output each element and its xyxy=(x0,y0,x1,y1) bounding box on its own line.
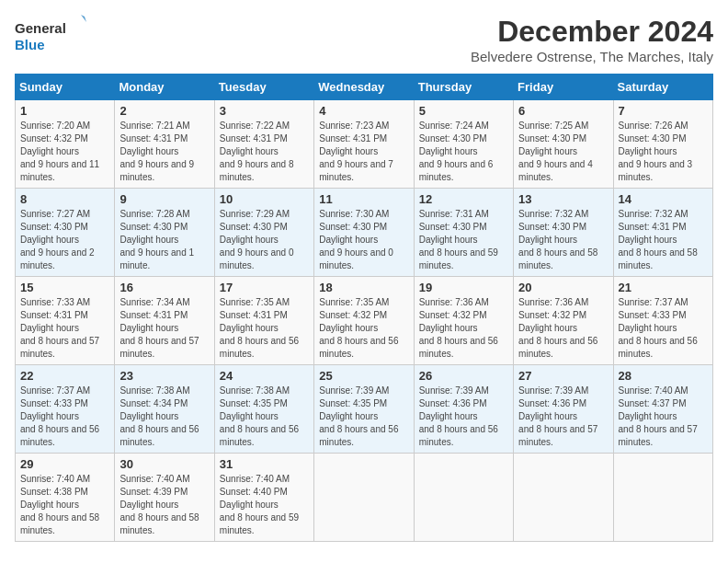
day-info: Sunrise: 7:25 AMSunset: 4:30 PMDaylight … xyxy=(518,121,593,182)
day-number: 13 xyxy=(518,192,608,206)
day-info: Sunrise: 7:27 AMSunset: 4:30 PMDaylight … xyxy=(20,209,95,270)
calendar-week-row: 8 Sunrise: 7:27 AMSunset: 4:30 PMDayligh… xyxy=(16,189,713,277)
table-cell: 3 Sunrise: 7:22 AMSunset: 4:31 PMDayligh… xyxy=(214,100,313,189)
day-info: Sunrise: 7:30 AMSunset: 4:30 PMDaylight … xyxy=(319,209,393,270)
day-number: 12 xyxy=(419,192,508,206)
calendar-week-row: 15 Sunrise: 7:33 AMSunset: 4:31 PMDaylig… xyxy=(16,277,713,365)
day-info: Sunrise: 7:29 AMSunset: 4:30 PMDaylight … xyxy=(220,209,294,270)
table-cell xyxy=(414,454,513,542)
col-tuesday: Tuesday xyxy=(214,75,313,100)
day-info: Sunrise: 7:31 AMSunset: 4:30 PMDaylight … xyxy=(419,209,498,270)
day-info: Sunrise: 7:32 AMSunset: 4:31 PMDaylight … xyxy=(619,209,698,270)
month-title: December 2024 xyxy=(471,15,713,49)
day-info: Sunrise: 7:23 AMSunset: 4:31 PMDaylight … xyxy=(319,121,393,182)
table-cell: 8 Sunrise: 7:27 AMSunset: 4:30 PMDayligh… xyxy=(16,189,115,277)
day-info: Sunrise: 7:37 AMSunset: 4:33 PMDaylight … xyxy=(619,297,698,359)
day-number: 2 xyxy=(119,104,209,118)
table-cell: 31 Sunrise: 7:40 AMSunset: 4:40 PMDaylig… xyxy=(214,454,313,542)
table-cell: 2 Sunrise: 7:21 AMSunset: 4:31 PMDayligh… xyxy=(115,100,214,189)
day-number: 4 xyxy=(319,104,408,118)
day-number: 30 xyxy=(119,457,209,471)
col-friday: Friday xyxy=(514,75,613,100)
table-cell: 15 Sunrise: 7:33 AMSunset: 4:31 PMDaylig… xyxy=(16,277,115,365)
day-number: 28 xyxy=(619,369,708,383)
day-info: Sunrise: 7:20 AMSunset: 4:32 PMDaylight … xyxy=(20,121,99,182)
day-info: Sunrise: 7:24 AMSunset: 4:30 PMDaylight … xyxy=(419,121,494,182)
calendar-week-row: 1 Sunrise: 7:20 AMSunset: 4:32 PMDayligh… xyxy=(16,100,713,189)
day-info: Sunrise: 7:38 AMSunset: 4:35 PMDaylight … xyxy=(220,385,299,447)
table-cell xyxy=(514,454,613,542)
day-number: 25 xyxy=(319,369,408,383)
col-saturday: Saturday xyxy=(613,75,712,100)
day-number: 29 xyxy=(20,457,109,471)
table-cell: 27 Sunrise: 7:39 AMSunset: 4:36 PMDaylig… xyxy=(514,365,613,454)
day-info: Sunrise: 7:33 AMSunset: 4:31 PMDaylight … xyxy=(20,297,99,359)
table-cell: 9 Sunrise: 7:28 AMSunset: 4:30 PMDayligh… xyxy=(115,189,214,277)
calendar-week-row: 22 Sunrise: 7:37 AMSunset: 4:33 PMDaylig… xyxy=(16,365,713,454)
col-wednesday: Wednesday xyxy=(314,75,414,100)
table-cell: 17 Sunrise: 7:35 AMSunset: 4:31 PMDaylig… xyxy=(214,277,313,365)
day-info: Sunrise: 7:37 AMSunset: 4:33 PMDaylight … xyxy=(20,385,99,447)
calendar-table: Sunday Monday Tuesday Wednesday Thursday… xyxy=(15,74,713,542)
day-number: 16 xyxy=(119,281,209,294)
day-number: 8 xyxy=(20,192,109,206)
day-number: 27 xyxy=(518,369,608,383)
day-number: 24 xyxy=(220,369,309,383)
location-title: Belvedere Ostrense, The Marches, Italy xyxy=(471,49,713,64)
table-cell: 25 Sunrise: 7:39 AMSunset: 4:35 PMDaylig… xyxy=(314,365,414,454)
table-cell: 13 Sunrise: 7:32 AMSunset: 4:30 PMDaylig… xyxy=(514,189,613,277)
table-cell: 1 Sunrise: 7:20 AMSunset: 4:32 PMDayligh… xyxy=(16,100,115,189)
table-cell: 16 Sunrise: 7:34 AMSunset: 4:31 PMDaylig… xyxy=(115,277,214,365)
day-number: 21 xyxy=(619,281,708,294)
day-number: 5 xyxy=(419,104,508,118)
table-cell: 23 Sunrise: 7:38 AMSunset: 4:34 PMDaylig… xyxy=(115,365,214,454)
day-info: Sunrise: 7:40 AMSunset: 4:39 PMDaylight … xyxy=(119,474,199,535)
day-info: Sunrise: 7:39 AMSunset: 4:36 PMDaylight … xyxy=(419,385,498,447)
svg-marker-3 xyxy=(81,15,86,22)
col-monday: Monday xyxy=(115,75,214,100)
day-number: 19 xyxy=(419,281,508,294)
table-cell: 22 Sunrise: 7:37 AMSunset: 4:33 PMDaylig… xyxy=(16,365,115,454)
table-cell: 6 Sunrise: 7:25 AMSunset: 4:30 PMDayligh… xyxy=(514,100,613,189)
logo: General Blue xyxy=(15,15,88,55)
table-cell: 4 Sunrise: 7:23 AMSunset: 4:31 PMDayligh… xyxy=(314,100,414,189)
day-number: 22 xyxy=(20,369,109,383)
table-cell: 21 Sunrise: 7:37 AMSunset: 4:33 PMDaylig… xyxy=(613,277,712,365)
day-info: Sunrise: 7:34 AMSunset: 4:31 PMDaylight … xyxy=(119,297,199,359)
day-info: Sunrise: 7:35 AMSunset: 4:31 PMDaylight … xyxy=(220,297,299,359)
day-number: 10 xyxy=(220,192,309,206)
day-number: 7 xyxy=(619,104,708,118)
day-info: Sunrise: 7:28 AMSunset: 4:30 PMDaylight … xyxy=(119,209,194,270)
day-number: 17 xyxy=(220,281,309,294)
day-number: 3 xyxy=(220,104,309,118)
table-cell: 12 Sunrise: 7:31 AMSunset: 4:30 PMDaylig… xyxy=(414,189,513,277)
table-cell: 28 Sunrise: 7:40 AMSunset: 4:37 PMDaylig… xyxy=(613,365,712,454)
day-number: 6 xyxy=(518,104,608,118)
logo-svg: General Blue xyxy=(15,15,88,55)
day-info: Sunrise: 7:22 AMSunset: 4:31 PMDaylight … xyxy=(220,121,294,182)
table-cell: 24 Sunrise: 7:38 AMSunset: 4:35 PMDaylig… xyxy=(214,365,313,454)
table-cell: 19 Sunrise: 7:36 AMSunset: 4:32 PMDaylig… xyxy=(414,277,513,365)
svg-marker-2 xyxy=(77,17,85,31)
day-info: Sunrise: 7:36 AMSunset: 4:32 PMDaylight … xyxy=(518,297,597,359)
day-info: Sunrise: 7:39 AMSunset: 4:35 PMDaylight … xyxy=(319,385,398,447)
table-cell: 7 Sunrise: 7:26 AMSunset: 4:30 PMDayligh… xyxy=(613,100,712,189)
table-cell: 26 Sunrise: 7:39 AMSunset: 4:36 PMDaylig… xyxy=(414,365,513,454)
svg-text:Blue: Blue xyxy=(15,37,45,52)
day-info: Sunrise: 7:40 AMSunset: 4:40 PMDaylight … xyxy=(220,474,299,535)
day-number: 15 xyxy=(20,281,109,294)
col-sunday: Sunday xyxy=(16,75,115,100)
table-cell: 14 Sunrise: 7:32 AMSunset: 4:31 PMDaylig… xyxy=(613,189,712,277)
title-area: December 2024 Belvedere Ostrense, The Ma… xyxy=(471,15,713,64)
day-info: Sunrise: 7:36 AMSunset: 4:32 PMDaylight … xyxy=(419,297,498,359)
day-number: 31 xyxy=(220,457,309,471)
table-cell: 11 Sunrise: 7:30 AMSunset: 4:30 PMDaylig… xyxy=(314,189,414,277)
header-row: Sunday Monday Tuesday Wednesday Thursday… xyxy=(16,75,713,100)
table-cell xyxy=(314,454,414,542)
day-number: 18 xyxy=(319,281,408,294)
table-cell: 10 Sunrise: 7:29 AMSunset: 4:30 PMDaylig… xyxy=(214,189,313,277)
day-number: 11 xyxy=(319,192,408,206)
day-info: Sunrise: 7:26 AMSunset: 4:30 PMDaylight … xyxy=(619,121,693,182)
table-cell: 5 Sunrise: 7:24 AMSunset: 4:30 PMDayligh… xyxy=(414,100,513,189)
day-number: 23 xyxy=(119,369,209,383)
